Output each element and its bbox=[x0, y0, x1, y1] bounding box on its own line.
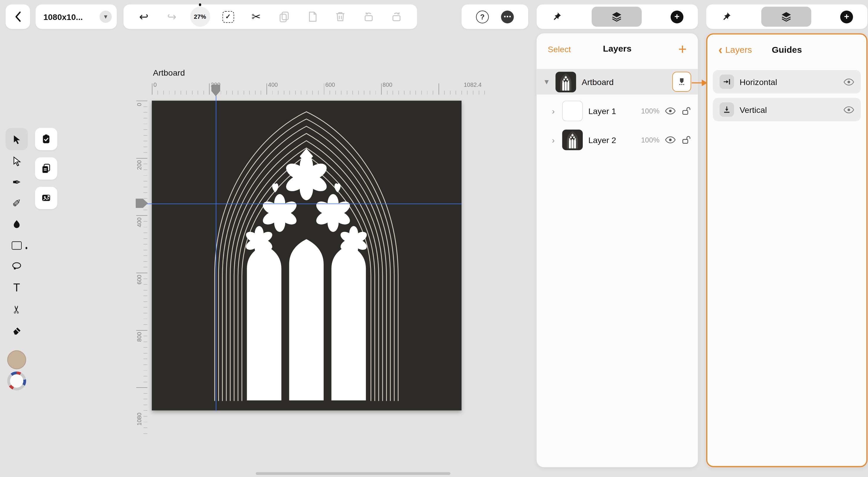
chevron-down-icon[interactable]: ▾ bbox=[543, 77, 550, 87]
plus-icon: + bbox=[671, 10, 684, 23]
eye-icon[interactable] bbox=[844, 106, 854, 113]
vertical-ruler[interactable]: 0 200 400 600 800 1080 bbox=[135, 100, 148, 434]
clipboard-check-button[interactable] bbox=[35, 128, 58, 150]
rotate-right-button[interactable] bbox=[385, 6, 408, 28]
fill-color-well[interactable] bbox=[7, 350, 26, 369]
ruler-tick-label: 1082.4 bbox=[464, 81, 482, 88]
redo-button[interactable]: ↪ bbox=[161, 6, 183, 28]
delete-button[interactable] bbox=[329, 6, 351, 28]
horizontal-scrollbar[interactable] bbox=[256, 472, 451, 475]
eye-icon[interactable] bbox=[844, 78, 854, 86]
vertical-guide-line[interactable] bbox=[216, 84, 217, 411]
ruler-tick-label: 0 bbox=[154, 81, 157, 88]
cut-button[interactable]: ✂ bbox=[245, 6, 267, 28]
plus-icon: + bbox=[840, 10, 853, 23]
pencil-tool[interactable]: ✐ bbox=[6, 192, 28, 214]
more-options-button[interactable]: ⋯ bbox=[501, 10, 514, 23]
layer-name: Layer 1 bbox=[588, 106, 616, 115]
copy-icon bbox=[278, 10, 290, 23]
image-import-icon bbox=[40, 192, 52, 204]
ruler-tick-label: 800 bbox=[136, 332, 143, 352]
help-button[interactable]: ? bbox=[476, 10, 489, 23]
add-panel-button[interactable]: + bbox=[671, 10, 684, 23]
layer-name: Layer 2 bbox=[588, 135, 616, 144]
copy-style-button[interactable] bbox=[35, 157, 58, 180]
lock-open-icon[interactable] bbox=[681, 106, 691, 115]
select-mode-button[interactable]: Select bbox=[548, 44, 571, 54]
annotation-arrow bbox=[691, 78, 708, 88]
shape-tool[interactable] bbox=[6, 234, 28, 257]
pin-icon bbox=[551, 11, 562, 22]
layer-thumbnail bbox=[562, 100, 583, 121]
document-size-dropdown[interactable]: 1080x10... ▾ bbox=[35, 4, 117, 29]
lasso-tool[interactable] bbox=[6, 256, 28, 278]
pages-icon bbox=[40, 163, 52, 174]
eraser-tool[interactable] bbox=[6, 319, 28, 341]
zoom-level: 27% bbox=[190, 7, 210, 27]
horizontal-ruler[interactable]: 0 200 400 600 800 1082.4 bbox=[152, 82, 489, 95]
guide-name: Horizontal bbox=[740, 77, 777, 87]
layers-panel-toggle-group: + bbox=[537, 4, 698, 29]
ruler-tick-label: 600 bbox=[136, 275, 143, 295]
layer-thumbnail bbox=[562, 129, 583, 150]
stroke-color-well[interactable] bbox=[7, 371, 26, 390]
layers-tab-button[interactable] bbox=[591, 7, 642, 27]
layer-row-1[interactable]: › Layer 1 100% bbox=[537, 98, 698, 123]
chevron-right-icon[interactable]: › bbox=[550, 106, 557, 115]
layer-opacity[interactable]: 100% bbox=[641, 136, 659, 144]
copy-button[interactable] bbox=[273, 6, 296, 28]
layers-icon bbox=[610, 10, 623, 23]
chevron-right-icon[interactable]: › bbox=[550, 135, 557, 144]
style-pin-button[interactable] bbox=[720, 11, 732, 22]
ruler-tick-label: 0 bbox=[136, 103, 143, 123]
select-all-button[interactable]: ✓ bbox=[217, 6, 239, 28]
chevron-left-icon: ‹ bbox=[718, 45, 722, 55]
brush-tool[interactable] bbox=[6, 213, 28, 235]
layer-row-2[interactable]: › Layer 2 100% bbox=[537, 127, 698, 152]
guides-badge-icon bbox=[677, 77, 687, 87]
artboard-title: Artboard bbox=[153, 68, 185, 77]
lock-open-icon[interactable] bbox=[681, 135, 691, 144]
artboard-guides-badge[interactable] bbox=[672, 72, 691, 92]
guide-row-vertical[interactable]: Vertical bbox=[713, 98, 861, 121]
guide-row-horizontal[interactable]: Horizontal bbox=[713, 70, 861, 93]
marquee-check-icon: ✓ bbox=[222, 11, 234, 23]
add-layer-button[interactable]: + bbox=[678, 43, 687, 55]
scissors-icon: ✂ bbox=[251, 11, 261, 22]
undo-button[interactable]: ↩ bbox=[132, 6, 155, 28]
text-tool-icon: T bbox=[13, 282, 20, 293]
cursor-outline-icon bbox=[11, 155, 22, 166]
pen-nib-icon: ✒ bbox=[12, 177, 21, 187]
scissors-tool[interactable]: ✂ bbox=[6, 298, 28, 321]
rotate-right-icon bbox=[391, 10, 403, 23]
guide-name: Vertical bbox=[740, 105, 767, 114]
trash-icon bbox=[335, 10, 347, 23]
ruler-tick-label: 1080 bbox=[136, 413, 143, 433]
style-pin-button[interactable] bbox=[551, 11, 562, 22]
horizontal-guide-icon bbox=[720, 74, 734, 89]
back-button[interactable] bbox=[6, 4, 30, 29]
layer-opacity[interactable]: 100% bbox=[641, 107, 659, 115]
edit-toolbar: ↩ ↪ 27% ✓ ✂ bbox=[123, 4, 417, 29]
eye-icon[interactable] bbox=[665, 107, 676, 114]
paste-button[interactable] bbox=[301, 6, 323, 28]
place-image-button[interactable] bbox=[35, 187, 58, 209]
add-panel-button[interactable]: + bbox=[840, 10, 853, 23]
ruler-tick-label: 800 bbox=[382, 81, 392, 88]
text-tool[interactable]: T bbox=[6, 276, 28, 299]
layer-row-artboard[interactable]: ▾ Artboard bbox=[537, 69, 698, 94]
paste-icon bbox=[306, 10, 319, 23]
layers-tab-button[interactable] bbox=[761, 7, 811, 27]
artboard-thumbnail bbox=[556, 71, 576, 92]
horizontal-guide-line[interactable] bbox=[140, 204, 461, 204]
chevron-down-icon: ▾ bbox=[100, 10, 112, 23]
pen-tool[interactable]: ✒ bbox=[6, 171, 28, 193]
artboard-canvas[interactable] bbox=[152, 100, 462, 411]
app-window: 1080x10... ▾ ↩ ↪ 27% ✓ ✂ ? ⋯ bbox=[0, 0, 868, 477]
node-selection-tool[interactable] bbox=[6, 150, 28, 172]
zoom-button[interactable]: 27% bbox=[189, 6, 211, 28]
rotate-left-button[interactable] bbox=[358, 6, 380, 28]
back-to-layers-button[interactable]: ‹ Layers bbox=[718, 45, 752, 55]
selection-tool[interactable] bbox=[6, 128, 28, 150]
eye-icon[interactable] bbox=[665, 136, 676, 143]
